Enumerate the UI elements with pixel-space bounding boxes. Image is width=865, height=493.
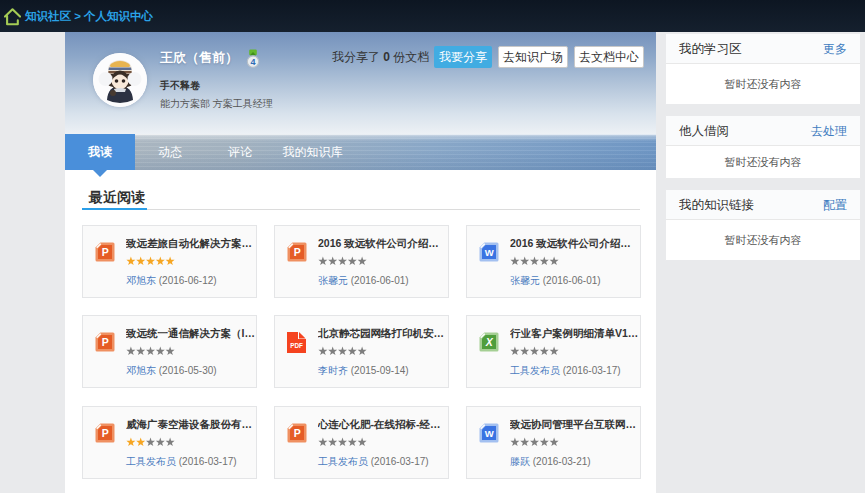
svg-text:P: P xyxy=(102,246,109,258)
svg-text:P: P xyxy=(294,246,301,258)
svg-text:W: W xyxy=(485,428,494,439)
svg-text:W: W xyxy=(485,247,494,258)
svg-text:P: P xyxy=(102,427,109,439)
svg-text:P: P xyxy=(294,427,301,439)
svg-text:4: 4 xyxy=(250,57,255,67)
svg-text:X: X xyxy=(485,336,494,348)
svg-text:PDF: PDF xyxy=(290,341,303,348)
svg-text:P: P xyxy=(102,336,109,348)
